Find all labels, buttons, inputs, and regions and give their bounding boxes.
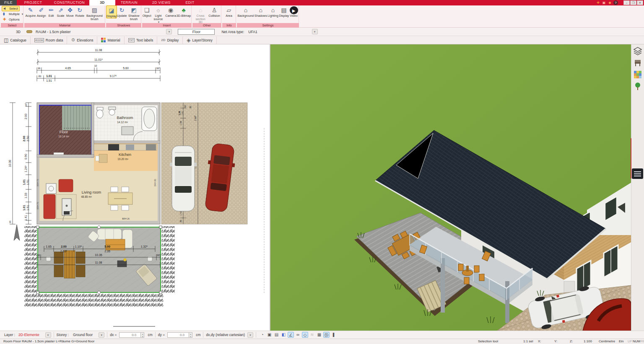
move-button[interactable]: Move xyxy=(66,5,74,18)
options-button[interactable]: Options xyxy=(2,17,21,22)
rotate-button[interactable]: Rotate xyxy=(75,5,84,18)
tab-construction[interactable]: CONSTRUCTION xyxy=(49,0,89,5)
svg-text:36: 36 xyxy=(38,67,41,70)
svg-text:2.50: 2.50 xyxy=(26,136,29,142)
menu-bar: FILE PROJECT CONSTRUCTION 3D TERRAIN 2D … xyxy=(0,0,644,5)
svg-text:Bathroom: Bathroom xyxy=(117,116,133,120)
room-material-value[interactable]: RAUM - 1.5cm plaster xyxy=(36,30,71,34)
dy-unit: cm xyxy=(196,333,200,337)
tools-icon[interactable] xyxy=(596,0,600,5)
monitor-icon[interactable]: ▣ xyxy=(266,332,273,338)
grid-icon[interactable]: ▦ xyxy=(316,332,322,338)
display-settings-button[interactable]: Display xyxy=(279,5,289,18)
restore-button[interactable] xyxy=(630,0,636,5)
history-icon[interactable]: ◔ xyxy=(259,332,265,338)
tab-project[interactable]: PROJECT xyxy=(17,0,49,5)
layer-storey-button[interactable]: Layer/Storey xyxy=(183,36,216,44)
material-button[interactable]: Material xyxy=(97,36,124,44)
driveway-plan[interactable]: 79⁵ 36 1.26 1.01 1.59 2.98⁵ 2.01 2.26 1.… xyxy=(161,103,247,224)
material-palette-icon[interactable] xyxy=(633,70,642,79)
select-button[interactable]: Select xyxy=(2,6,20,11)
shadow-brush-button[interactable]: Shadow brush xyxy=(127,5,141,21)
svg-text:1.33: 1.33 xyxy=(24,193,27,199)
net-area-value[interactable]: UFA1 xyxy=(248,30,257,34)
tab-edit[interactable]: EDIT xyxy=(180,0,200,5)
edit-icon xyxy=(47,6,55,14)
control-bar: Layer : 2D-Elemente ▾ Storey : Ground fl… xyxy=(0,331,644,339)
acquire-button[interactable]: Acquire xyxy=(25,5,36,18)
svg-text:48.85 m²: 48.85 m² xyxy=(81,195,92,198)
collision-button[interactable]: Collision xyxy=(208,5,220,18)
video-button[interactable]: Video xyxy=(290,5,298,18)
coord-mode-dropdown[interactable]: ▾ xyxy=(247,332,253,338)
floor-button[interactable]: Floor xyxy=(178,29,215,35)
camera-button[interactable]: Camera xyxy=(165,5,176,18)
status-uf: UF xyxy=(628,339,632,344)
shadows-update-button[interactable]: Update xyxy=(117,5,127,18)
svg-text:10.30: 10.30 xyxy=(8,160,11,167)
layer-dropdown[interactable]: ▾ xyxy=(45,332,51,338)
tab-file[interactable]: FILE xyxy=(0,0,17,5)
settings-shadows-button[interactable]: Shadows xyxy=(254,5,267,18)
svg-text:4.65: 4.65 xyxy=(65,67,71,70)
color-mode-icon[interactable]: ◧ xyxy=(280,332,287,338)
terrace-plan[interactable]: 1.65 2.00 2.63⁵ 1.10⁵ 5.00 2.35 1.32⁵ 36… xyxy=(24,225,175,307)
north-toggle-icon[interactable]: Ⓝ xyxy=(323,332,330,338)
brush-icon[interactable] xyxy=(608,0,612,5)
viewport-3d[interactable] xyxy=(270,44,631,331)
light-source-button[interactable]: Light source xyxy=(151,5,165,24)
elevations-button[interactable]: Elevations xyxy=(67,36,97,44)
area-button[interactable]: Area xyxy=(225,5,233,18)
bitmap-3d-button[interactable]: 3D-Bitmap xyxy=(177,5,191,18)
background-button[interactable]: Background xyxy=(237,5,254,18)
palette-icon[interactable] xyxy=(602,0,606,5)
storey-value[interactable]: Ground floor xyxy=(73,333,93,337)
dx-spinner[interactable]: ▴▾ xyxy=(141,332,144,338)
status-unit[interactable]: Centimetre xyxy=(599,339,615,344)
lighting-button[interactable]: Lighting xyxy=(267,5,278,18)
dy-spinner[interactable]: ▴▾ xyxy=(189,332,192,338)
tab-2d-views[interactable]: 2D VIEWS xyxy=(143,0,180,5)
object-button[interactable]: Object xyxy=(143,5,151,18)
white-car-plan[interactable] xyxy=(170,146,197,211)
dx-input[interactable] xyxy=(119,332,141,338)
text-labels-button[interactable]: TXT Text labels xyxy=(125,36,158,44)
background-brush-button[interactable]: Background brush xyxy=(85,5,104,21)
tab-3d[interactable]: 3D xyxy=(89,0,115,5)
net-area-dropdown[interactable]: ▾ xyxy=(312,29,318,34)
printer-icon[interactable]: ▤ xyxy=(273,332,280,338)
plan-2d-viewport[interactable]: 11.08 11.01⁵ 36 4.65 10 5.60 36⁵ 83 1.01… xyxy=(0,44,270,331)
view-glasses-icon[interactable]: ∞ xyxy=(295,332,301,338)
room-material-dropdown[interactable]: ▾ xyxy=(166,29,172,34)
room-data-button[interactable]: ROOM Room data xyxy=(31,36,67,44)
2d-display-button[interactable]: 2D Display xyxy=(157,36,183,44)
svg-text:36: 36 xyxy=(179,220,182,222)
angle-snap-icon[interactable]: ∠ xyxy=(288,332,294,338)
shadows-display-button[interactable]: Display xyxy=(106,5,117,18)
plants-icon[interactable] xyxy=(633,82,642,91)
assign-button[interactable]: Assign xyxy=(37,5,46,18)
dy-input[interactable] xyxy=(167,332,189,338)
tab-terrain[interactable]: TERRAIN xyxy=(115,0,143,5)
svg-text:9.17⁵: 9.17⁵ xyxy=(110,75,117,78)
plan-scrollbar[interactable] xyxy=(113,326,155,327)
scale-button[interactable]: Scale xyxy=(57,5,65,18)
svg-text:36: 36 xyxy=(189,106,192,109)
edit-button[interactable]: Edit xyxy=(47,5,55,18)
layer-value[interactable]: 2D-Elemente xyxy=(18,333,39,337)
cursor-icon xyxy=(3,6,8,11)
rotate-icon xyxy=(75,6,84,14)
status-scale[interactable]: 1:100 xyxy=(584,339,592,344)
minimize-button[interactable] xyxy=(623,0,630,5)
multiple-button[interactable]: Multiple xyxy=(2,11,24,17)
help-icon[interactable] xyxy=(613,0,618,5)
furniture-icon[interactable] xyxy=(633,58,642,67)
panel-handle[interactable] xyxy=(632,168,643,179)
snap-diamond-icon[interactable]: ◇ xyxy=(302,332,308,338)
material-grid-icon xyxy=(101,38,106,42)
layers-stack-icon[interactable] xyxy=(633,47,642,56)
storey-dropdown[interactable]: ▾ xyxy=(99,332,104,338)
catalogue-button[interactable]: Catalogue xyxy=(0,36,31,44)
close-button[interactable] xyxy=(637,0,643,5)
coord-mode[interactable]: dx,dy (relative cartesian) xyxy=(206,333,245,337)
